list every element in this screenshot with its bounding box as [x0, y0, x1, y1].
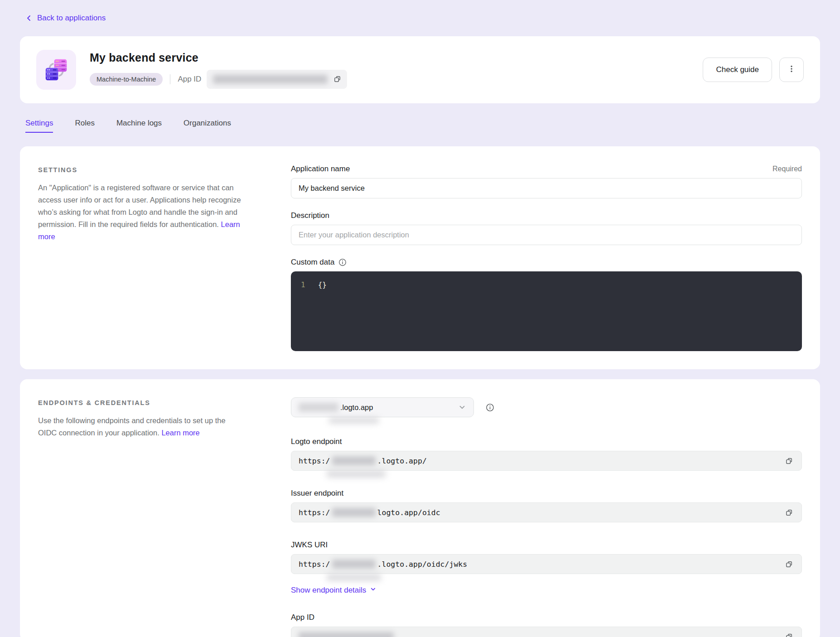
kebab-vertical-icon — [787, 65, 796, 75]
tab-machine-logs[interactable]: Machine logs — [116, 119, 162, 133]
info-circle-icon[interactable] — [486, 403, 494, 412]
check-guide-button[interactable]: Check guide — [703, 58, 772, 82]
settings-card-aside: SETTINGS An "Application" is a registere… — [38, 164, 291, 351]
machine-to-machine-icon — [42, 55, 71, 84]
issuer-endpoint-label: Issuer endpoint — [291, 489, 343, 498]
copy-icon[interactable] — [784, 559, 794, 569]
application-header-info: My backend service Machine-to-Machine Ap… — [90, 51, 689, 89]
app-id-field-label: App ID — [291, 613, 314, 622]
more-actions-button[interactable] — [779, 58, 804, 82]
settings-card: SETTINGS An "Application" is a registere… — [20, 146, 820, 369]
application-title: My backend service — [90, 51, 689, 64]
endpoints-card-aside: ENDPOINTS & CREDENTIALS Use the followin… — [38, 397, 291, 623]
issuer-endpoint-group: Issuer endpoint https:/ logto.app/oidc — [291, 489, 802, 522]
application-details-page: Back to applications — [0, 0, 840, 637]
logto-endpoint-label: Logto endpoint — [291, 437, 342, 446]
logto-endpoint-group: Logto endpoint https:/ .logto.app/ — [291, 437, 802, 471]
settings-description: An "Application" is a registered softwar… — [38, 182, 246, 243]
redacted-tenant-id — [332, 456, 376, 465]
redaction-smudge — [327, 574, 381, 581]
tenant-domain-suffix: .logto.app — [340, 403, 373, 412]
app-id-value-pill[interactable] — [207, 70, 347, 89]
application-name-input[interactable] — [291, 178, 802, 198]
info-circle-icon[interactable] — [338, 258, 347, 266]
endpoints-description: Use the following endpoints and credenti… — [38, 415, 246, 439]
application-logo — [36, 50, 76, 90]
tab-bar: Settings Roles Machine logs Organization… — [25, 119, 820, 133]
chevron-down-icon — [458, 403, 466, 411]
application-header-card: My backend service Machine-to-Machine Ap… — [20, 36, 820, 103]
header-actions: Check guide — [703, 58, 804, 82]
show-endpoint-details-link[interactable]: Show endpoint details — [291, 586, 377, 595]
tenant-domain-select[interactable]: .logto.app — [291, 397, 474, 417]
logto-endpoint-field: https:/ .logto.app/ — [291, 451, 802, 471]
required-hint: Required — [772, 165, 802, 173]
settings-heading: SETTINGS — [38, 164, 246, 174]
editor-code-content: {} — [318, 280, 327, 290]
chevron-down-icon — [370, 586, 377, 595]
editor-line: 1 {} — [301, 280, 793, 290]
description-input[interactable] — [291, 225, 802, 245]
back-to-applications-link[interactable]: Back to applications — [20, 14, 106, 23]
application-meta-row: Machine-to-Machine App ID — [90, 70, 689, 89]
issuer-endpoint-field: https:/ logto.app/oidc — [291, 502, 802, 522]
copy-icon[interactable] — [332, 74, 343, 84]
tenant-domain-row: .logto.app — [291, 397, 802, 417]
application-type-badge: Machine-to-Machine — [90, 73, 163, 86]
custom-data-label: Custom data — [291, 258, 334, 267]
app-id-group: App ID — [291, 613, 802, 637]
tab-settings[interactable]: Settings — [25, 119, 53, 133]
tab-roles[interactable]: Roles — [75, 119, 94, 133]
custom-data-code-editor[interactable]: 1 {} — [291, 271, 802, 351]
back-link-label: Back to applications — [37, 14, 106, 23]
meta-divider — [170, 74, 170, 84]
custom-data-group: Custom data 1 {} — [291, 258, 802, 351]
redacted-app-id-value — [213, 75, 328, 84]
chevron-left-icon — [25, 14, 33, 22]
jwks-uri-label: JWKS URI — [291, 540, 328, 550]
settings-form: Application name Required Description Cu… — [291, 164, 802, 351]
application-name-label: Application name — [291, 164, 350, 174]
application-name-group: Application name Required — [291, 164, 802, 198]
endpoints-heading: ENDPOINTS & CREDENTIALS — [38, 397, 246, 406]
tab-organizations[interactable]: Organizations — [183, 119, 231, 133]
description-group: Description — [291, 211, 802, 245]
endpoints-form: .logto.app Logto endpoint https:/ .logto… — [291, 397, 802, 623]
jwks-uri-group: JWKS URI https:/ .logto.app/oidc/jwks — [291, 540, 802, 574]
redaction-smudge — [329, 417, 379, 424]
copy-icon[interactable] — [784, 632, 794, 637]
app-id-field — [291, 627, 802, 637]
description-label: Description — [291, 211, 329, 220]
endpoints-learn-more-link[interactable]: Learn more — [161, 429, 199, 437]
editor-line-number: 1 — [301, 280, 305, 290]
redaction-smudge — [327, 470, 386, 478]
copy-icon[interactable] — [784, 456, 794, 466]
jwks-uri-field: https:/ .logto.app/oidc/jwks — [291, 554, 802, 574]
redacted-tenant-id — [332, 560, 376, 569]
endpoints-credentials-card: ENDPOINTS & CREDENTIALS Use the followin… — [20, 379, 820, 637]
redacted-app-id-value — [299, 632, 394, 637]
redacted-tenant-id — [332, 508, 376, 517]
copy-icon[interactable] — [784, 507, 794, 518]
redacted-tenant-id — [299, 403, 338, 412]
app-id-label: App ID — [178, 75, 201, 84]
